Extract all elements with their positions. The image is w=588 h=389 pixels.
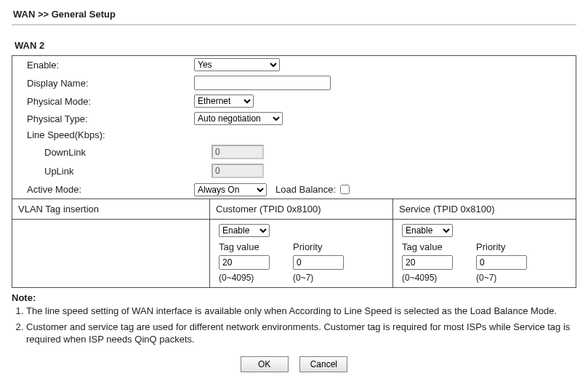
vlan-service-header: Service (TPID 0x8100) <box>393 199 576 220</box>
notes-list: The line speed setting of WAN interface … <box>12 305 576 346</box>
display-name-input[interactable] <box>194 76 331 90</box>
uplink-input <box>212 164 264 178</box>
vlan-service-tag-input[interactable] <box>402 255 453 270</box>
downlink-input <box>212 145 264 159</box>
load-balance-checkbox[interactable] <box>340 185 350 194</box>
physical-type-label: Physical Type: <box>20 113 194 124</box>
display-name-label: Display Name: <box>20 78 194 89</box>
note-title: Note: <box>12 292 576 303</box>
load-balance-label: Load Balance: <box>275 184 336 195</box>
vlan-customer-tag-range: (0~4095) <box>219 273 277 283</box>
physical-type-select[interactable]: Auto negotiation <box>194 112 283 125</box>
vlan-customer-prio-range: (0~7) <box>293 273 351 283</box>
cancel-button[interactable]: Cancel <box>299 356 347 372</box>
active-mode-label: Active Mode: <box>20 184 194 195</box>
page-title: WAN >> General Setup <box>13 9 576 20</box>
vlan-customer-tag-input[interactable] <box>219 255 270 270</box>
settings-table: Enable: Yes Display Name: Physical Mode:… <box>12 55 576 288</box>
divider <box>12 24 576 25</box>
vlan-service-enable-select[interactable]: Enable <box>402 224 453 237</box>
downlink-label: DownLink <box>20 147 212 158</box>
active-mode-select[interactable]: Always On <box>194 183 267 196</box>
vlan-service-tag-range: (0~4095) <box>402 273 460 283</box>
line-speed-label: Line Speed(Kbps): <box>20 129 194 140</box>
vlan-empty-cell <box>12 220 210 288</box>
physical-mode-select[interactable]: Ethernet <box>194 95 254 108</box>
note-item-2: Customer and service tag are used for di… <box>26 321 576 346</box>
vlan-customer-prio-label: Priority <box>293 241 351 252</box>
enable-label: Enable: <box>20 60 194 71</box>
vlan-customer-header: Customer (TPID 0x8100) <box>210 199 393 220</box>
section-title: WAN 2 <box>15 40 576 51</box>
note-item-1: The line speed setting of WAN interface … <box>26 305 576 318</box>
vlan-row-label: VLAN Tag insertion <box>12 199 210 220</box>
ok-button[interactable]: OK <box>241 356 289 372</box>
enable-select[interactable]: Yes <box>194 58 280 71</box>
uplink-label: UpLink <box>20 166 212 177</box>
vlan-service-prio-input[interactable] <box>476 255 527 270</box>
physical-mode-label: Physical Mode: <box>20 96 194 107</box>
vlan-service-prio-range: (0~7) <box>476 273 534 283</box>
vlan-customer-tag-label: Tag value <box>219 241 277 252</box>
vlan-service-prio-label: Priority <box>476 241 534 252</box>
vlan-customer-prio-input[interactable] <box>293 255 344 270</box>
vlan-customer-enable-select[interactable]: Enable <box>219 224 270 237</box>
vlan-service-tag-label: Tag value <box>402 241 460 252</box>
